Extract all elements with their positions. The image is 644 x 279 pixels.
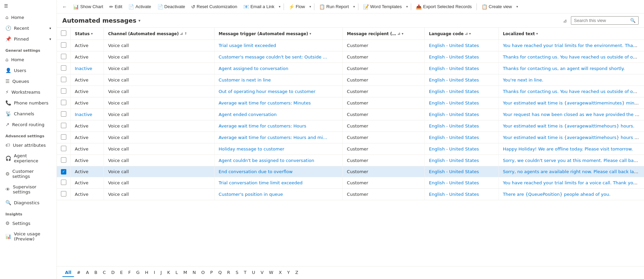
pagination-letter-K[interactable]: K [164,269,173,277]
row-checkbox-cell[interactable] [57,155,71,166]
row-trigger[interactable]: Trial usage limit exceeded [215,40,343,51]
sidebar-item-supervisor-settings[interactable]: 👁 Supervisor settings [0,182,57,197]
pagination-letter-O[interactable]: O [199,269,207,277]
row-localized[interactable]: Thanks for contacting us, an agent will … [498,63,644,74]
edit-button[interactable]: ✏ Edit [107,2,125,11]
sidebar-item-settings[interactable]: ⚙ Settings [0,218,57,229]
pagination-letter-M[interactable]: M [181,269,190,277]
sidebar-item-diagnostics[interactable]: 🔍 Diagnostics [0,197,57,208]
word-chevron[interactable]: ▾ [405,3,409,10]
row-localized[interactable]: Your estimated wait time is {averagewait… [498,120,644,132]
row-language[interactable]: English - United States [425,40,498,51]
table-row[interactable]: Active Voice call Out of operating hour … [57,86,644,97]
row-checkbox-cell[interactable] [57,97,71,109]
row-trigger[interactable]: End conversation due to overflow [215,166,343,177]
row-checkbox[interactable] [61,146,66,151]
row-language[interactable]: English - United States [425,86,498,97]
pagination-letter-D[interactable]: D [109,269,117,277]
channel-sort[interactable]: ↑ [184,32,187,36]
row-checkbox[interactable] [61,65,66,71]
table-row[interactable]: Active Voice call Trial conversation tim… [57,177,644,188]
row-checkbox-cell[interactable] [57,132,71,143]
sidebar-item-agent-experience[interactable]: 🎧 Agent experience [0,150,57,166]
table-row[interactable]: Active Voice call Average wait time for … [57,120,644,132]
pagination-letter-U[interactable]: U [249,269,258,277]
table-row[interactable]: Active Voice call Average wait time for … [57,97,644,109]
row-localized[interactable]: You're next in line. [498,74,644,86]
select-all-checkbox[interactable] [61,30,66,36]
sidebar-item-channels[interactable]: 📡 Channels [0,108,57,119]
row-checkbox[interactable] [61,42,66,48]
row-localized[interactable]: Your request has now been closed as we h… [498,109,644,120]
row-language[interactable]: English - United States [425,109,498,120]
table-row[interactable]: Active Voice call Trial usage limit exce… [57,40,644,51]
table-row[interactable]: Active Voice call Customer's message cou… [57,51,644,63]
row-checkbox[interactable] [61,77,66,82]
localized-sort[interactable]: ▾ [536,32,538,36]
row-trigger[interactable]: Agent couldn't be assigned to conversati… [215,155,343,166]
pagination-letter-H[interactable]: H [142,269,151,277]
pagination-letter-Z[interactable]: Z [293,269,301,277]
row-checkbox[interactable] [61,54,66,59]
recipient-sort[interactable]: ▾ [402,32,403,36]
create-view-button[interactable]: 📋 Create view [479,2,515,11]
email-link-button[interactable]: 📧 Email a Link [241,2,277,11]
row-language[interactable]: English - United States [425,166,498,177]
row-localized[interactable]: Sorry, no agents are available right now… [498,166,644,177]
row-checkbox-cell[interactable] [57,109,71,120]
row-checkbox-cell[interactable] [57,177,71,188]
row-language[interactable]: English - United States [425,97,498,109]
pagination-letter-C[interactable]: C [100,269,109,277]
row-checkbox-cell[interactable] [57,120,71,132]
row-trigger[interactable]: Average wait time for customers: Minutes [215,97,343,109]
row-language[interactable]: English - United States [425,63,498,74]
select-all-header[interactable] [57,28,71,40]
table-row[interactable]: Active Voice call Customer's position in… [57,188,644,200]
row-trigger[interactable]: Customer is next in line [215,74,343,86]
sidebar-item-home[interactable]: ⌂ Home [0,12,57,23]
back-button[interactable]: ← [60,2,70,11]
sidebar-menu-button[interactable]: ☰ [0,0,57,12]
sidebar-item-record-routing[interactable]: ↗ Record routing [0,119,57,130]
row-trigger[interactable]: Agent ended conversation [215,109,343,120]
pagination-letter-X[interactable]: X [276,269,285,277]
table-row[interactable]: Inactive Voice call Agent assigned to co… [57,63,644,74]
row-localized[interactable]: Your estimated wait time is {averagewait… [498,132,644,143]
channel-filter[interactable]: ⊿ [180,32,183,36]
row-trigger[interactable]: Average wait time for customers: Hours a… [215,132,343,143]
table-row[interactable]: Active Voice call Customer is next in li… [57,74,644,86]
row-localized[interactable]: Happy Holiday! We are offline today. Ple… [498,143,644,155]
row-trigger[interactable]: Agent assigned to conversation [215,63,343,74]
pagination-letter-R[interactable]: R [224,269,233,277]
row-checkbox-cell[interactable] [57,63,71,74]
row-checkbox-cell[interactable] [57,51,71,63]
sidebar-item-recent[interactable]: 🕐 Recent ▾ [0,23,57,33]
pagination-letter-All[interactable]: All [62,269,74,277]
table-row[interactable]: Active Voice call Holiday message to cus… [57,143,644,155]
table-row[interactable]: Active Voice call Average wait time for … [57,132,644,143]
pagination-letter-Y[interactable]: Y [285,269,293,277]
pagination-letter-P[interactable]: P [207,269,216,277]
pagination-letter-W[interactable]: W [266,269,276,277]
row-localized[interactable]: You have reached your trial limits for t… [498,40,644,51]
row-language[interactable]: English - United States [425,188,498,200]
row-checkbox[interactable] [61,191,66,196]
row-localized[interactable]: You have reached your trial limits for a… [498,177,644,188]
pagination-letter-I[interactable]: I [151,269,158,277]
pagination-letter-A[interactable]: A [83,269,92,277]
table-row[interactable]: Active Voice call Agent couldn't be assi… [57,155,644,166]
row-trigger[interactable]: Customer's position in queue [215,188,343,200]
row-checkbox[interactable] [61,134,66,140]
flow-chevron[interactable]: ▾ [308,3,312,10]
table-row[interactable]: ✓ Active Voice call End conversation due… [57,166,644,177]
activate-button[interactable]: 📄 Activate [126,2,154,11]
sidebar-item-phone-numbers[interactable]: 📞 Phone numbers [0,97,57,108]
row-checkbox-cell[interactable] [57,40,71,51]
recipient-filter[interactable]: ⊿ [398,32,400,36]
row-language[interactable]: English - United States [425,143,498,155]
pagination-letter-Q[interactable]: Q [216,269,224,277]
sidebar-item-customer-settings[interactable]: ⚙ Customer settings [0,166,57,182]
pagination-letter-#[interactable]: # [74,269,83,277]
row-localized[interactable]: Your estimated wait time is {averagewait… [498,97,644,109]
sidebar-item-user-attributes[interactable]: 🏷 User attributes [0,140,57,150]
